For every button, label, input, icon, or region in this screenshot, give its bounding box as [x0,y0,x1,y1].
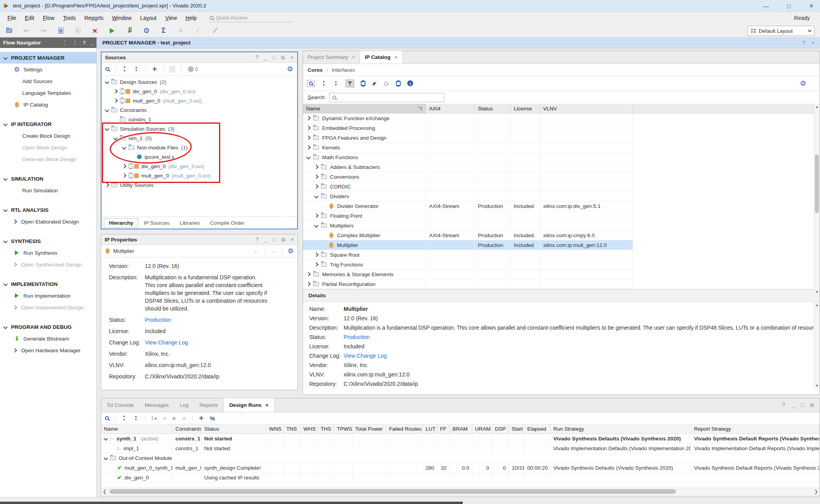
nav-item-run-implementation[interactable]: Run Implementation [0,290,96,302]
chevron-down-icon[interactable] [306,155,310,159]
catalog-search-input[interactable] [329,93,444,102]
chevron-right-icon[interactable] [306,116,310,120]
menu-layout[interactable]: Layout [136,13,161,23]
tab-messages[interactable]: Messages [139,398,175,412]
forward-icon[interactable]: → [271,248,276,254]
menu-reports[interactable]: Reports [80,13,108,23]
column-header-constraints[interactable]: Constraints [173,424,201,433]
settings-gear-icon[interactable]: ⚙ [142,27,151,35]
column-header-tns[interactable]: TNS [283,424,301,433]
nav-item-open-elaborated-design[interactable]: Open Elaborated Design [0,216,96,227]
minimize-panel-icon[interactable]: _ [264,54,267,60]
menu-flow[interactable]: Flow [39,13,59,23]
column-header-total_power[interactable]: Total Power [353,424,387,433]
column-header-report[interactable]: Report Strategy [691,424,820,433]
nav-section-ip-integrator[interactable]: IP INTEGRATOR [0,118,96,130]
back-icon[interactable]: ← [253,248,259,254]
chevron-down-icon[interactable] [314,223,318,227]
maximize-panel-icon[interactable]: □ [272,54,275,60]
chevron-right-icon[interactable] [113,89,118,93]
catalog-row-dynamic-function-exchange[interactable]: Dynamic Function eXchange [303,114,633,123]
column-header-vlnv[interactable]: VLNV [540,104,633,113]
catalog-row-dividers[interactable]: Dividers [303,192,633,201]
add-repository-icon[interactable] [361,81,365,86]
catalog-row-multipliers[interactable]: Multipliers [303,221,633,231]
design-run-row-mult-gen-0-synth-1[interactable]: ✔mult_gen_0_synth_1mult_gen_0synth_desig… [101,463,820,473]
tab-log[interactable]: Log [174,398,194,412]
column-header-ths[interactable]: THS [318,424,334,433]
generate-bitstream-icon[interactable]: ⇓0110 [125,27,134,35]
create-run-icon[interactable]: + [199,414,204,423]
field-value[interactable]: View Change Log [344,353,398,359]
ip-packager-icon[interactable] [396,81,401,86]
column-header-elapsed[interactable]: Elapsed [524,424,551,433]
column-header-name[interactable]: Name^1 [303,104,426,113]
field-value[interactable]: Production [145,316,268,324]
chevron-down-icon[interactable] [103,456,108,460]
nav-item-create-block-design[interactable]: Create Block Design [0,130,96,142]
settings-gear-icon[interactable]: ⚙ [800,79,806,88]
expand-all-icon[interactable] [134,66,139,72]
column-header-failed_routes[interactable]: Failed Routes [386,424,423,433]
column-header-wns[interactable]: WNS [266,424,283,433]
chevron-right-icon[interactable] [314,174,318,179]
chevron-down-icon[interactable] [103,436,108,440]
float-panel-icon[interactable]: ⧉ [282,236,285,243]
nav-item-run-simulation[interactable]: Run Simulation [0,185,96,196]
tree-item-mult-gen-0[interactable]: mult_gen_0(mult_gen_0.xci) [102,96,297,105]
nav-item-run-synthesis[interactable]: Run Synthesis [0,247,96,259]
add-sources-icon[interactable]: + [152,65,157,74]
chevron-right-icon[interactable] [12,219,17,224]
close-panel-icon[interactable]: × [291,236,294,243]
report-icon[interactable] [56,27,65,35]
settings-gear-icon[interactable]: ⚙ [288,247,294,255]
column-header-run[interactable]: Run Strategy [551,424,691,433]
chevron-right-icon[interactable] [306,135,310,140]
nav-section-rtl-analysis[interactable]: RTL ANALYSIS [0,204,96,216]
catalog-row-complex-multiplier[interactable]: Complex MultiplierAXI4-StreamProductionI… [303,231,633,240]
catalog-row-multiplier[interactable]: MultiplierProductionIncludedxilinx.com:i… [303,240,633,250]
chevron-right-icon[interactable] [314,165,318,169]
chevron-right-icon[interactable] [12,305,17,309]
help-icon[interactable]: ? [255,54,258,60]
column-header-name[interactable]: Name [101,424,173,433]
design-run-row-synth-1[interactable]: ▷synth_1(active)constrs_1Not startedViva… [101,434,820,444]
nav-item-open-block-design[interactable]: Open Block Design [0,142,96,153]
minimize-panel-icon[interactable]: _ [264,236,267,243]
search-icon[interactable] [105,67,109,71]
nav-section-synthesis[interactable]: SYNTHESIS [0,235,96,247]
settings-gear-icon[interactable]: ⚙ [287,65,293,73]
chevron-right-icon[interactable] [306,145,310,149]
column-header-status[interactable]: Status [475,104,511,113]
chevron-down-icon[interactable] [105,80,109,84]
window-close-button[interactable]: × [806,2,817,10]
minimize-panel-icon[interactable]: _ [791,402,795,408]
chevron-right-icon[interactable] [12,348,17,352]
expand-all-icon[interactable] [73,40,78,46]
tab-project-summary[interactable]: Project Summary× [303,51,360,64]
collapse-all-icon[interactable] [321,81,327,86]
column-header-status[interactable]: Status [201,424,266,433]
help-icon[interactable]: ? [782,402,785,408]
design-run-row-out-of-context-module-runs[interactable]: Out-of-Context Module Runs [101,453,820,463]
catalog-row-math-functions[interactable]: Math Functions [303,153,633,162]
layout-selector[interactable]: Default Layout [747,26,815,36]
chevron-down-icon[interactable] [3,239,7,243]
nav-item-open-synthesized-design[interactable]: Open Synthesized Design [0,259,96,270]
column-header-start[interactable]: Start [509,424,524,433]
tree-item-design-sources[interactable]: Design Sources(2) [102,77,297,87]
nav-item-add-sources[interactable]: Add Sources [0,75,96,87]
nav-item-settings[interactable]: ⚙Settings [0,64,96,75]
catalog-row-partial-reconfiguration[interactable]: Partial Reconfiguration [303,279,633,289]
sources-tab-compile-order[interactable]: Compile Order [205,218,249,227]
help-icon[interactable]: ? [802,40,805,46]
column-header-tpws[interactable]: TPWS [334,424,353,433]
menu-window[interactable]: Window [108,13,136,23]
tree-item-constraints[interactable]: Constraints [102,105,297,115]
sources-tab-ip-sources[interactable]: IP Sources [139,218,174,227]
close-icon[interactable]: × [352,54,355,60]
sources-tab-hierarchy[interactable]: Hierarchy [104,218,138,228]
column-header-license[interactable]: License [511,104,540,113]
chevron-down-icon[interactable] [3,55,7,60]
catalog-row-memories-storage-elements[interactable]: Memories & Storage Elements [303,270,633,279]
